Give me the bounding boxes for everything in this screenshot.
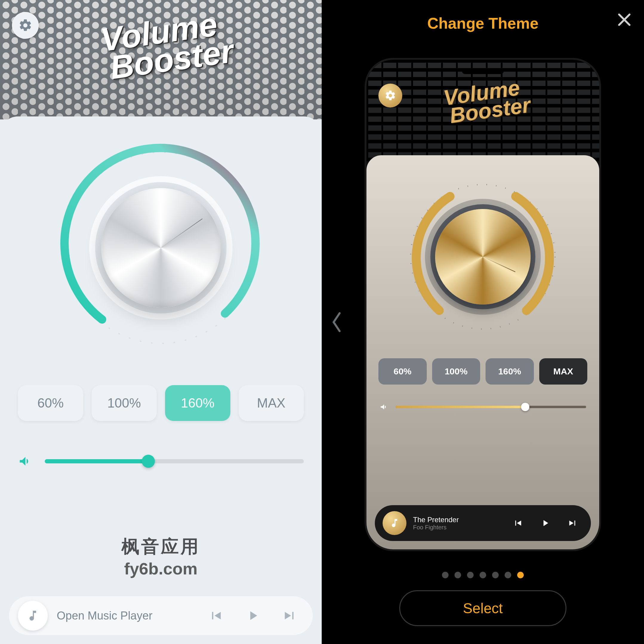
preset-label: 160%	[181, 396, 215, 411]
prev-track-icon[interactable]	[208, 608, 223, 623]
preview-track-info: The Pretender Foo Fighters	[413, 516, 501, 531]
dot-3[interactable]	[480, 572, 486, 578]
volume-slider[interactable]	[45, 459, 304, 463]
knob-pointer	[161, 218, 202, 248]
volume-slider-row	[0, 454, 322, 469]
preview-main: 60% 100% 160% MAX	[366, 155, 599, 549]
music-note-icon	[389, 518, 400, 529]
preview-settings-button	[378, 84, 402, 107]
dot-1[interactable]	[455, 572, 461, 578]
preview-slider-fill	[396, 406, 525, 408]
select-theme-button[interactable]: Select	[399, 590, 566, 626]
player-open-label: Open Music Player	[57, 609, 193, 622]
dot-2[interactable]	[467, 572, 474, 578]
theme-preview-phone[interactable]: Volume Booster 60% 100%	[366, 60, 599, 549]
preset-100[interactable]: 100%	[92, 385, 157, 421]
music-note-icon	[26, 609, 39, 622]
preset-label: 100%	[107, 396, 141, 411]
preset-60[interactable]: 60%	[18, 385, 83, 421]
preset-max[interactable]: MAX	[239, 385, 304, 421]
next-track-icon	[568, 518, 578, 528]
player-bar: Open Music Player	[9, 596, 313, 635]
track-artist: Foo Fighters	[413, 524, 501, 531]
track-title: The Pretender	[413, 516, 501, 524]
watermark-url: fy6b.com	[121, 559, 200, 578]
preview-knob-pointer	[483, 256, 516, 272]
open-music-player-button[interactable]	[18, 601, 48, 631]
theme-pagination-dots	[442, 572, 524, 578]
phone-notch	[462, 68, 504, 74]
prev-track-icon	[513, 518, 523, 528]
preview-music-button	[383, 511, 406, 535]
next-track-icon[interactable]	[282, 608, 297, 623]
knob-dial[interactable]	[101, 188, 221, 307]
preview-preset-max: MAX	[539, 358, 588, 385]
preset-label: MAX	[553, 366, 573, 377]
preview-player-bar: The Pretender Foo Fighters	[375, 505, 591, 541]
preview-knob-dial	[435, 209, 531, 304]
play-icon	[540, 518, 550, 528]
close-button[interactable]	[615, 11, 633, 29]
preview-presets: 60% 100% 160% MAX	[366, 358, 599, 385]
dot-5[interactable]	[505, 572, 511, 578]
main-card: 60% 100% 160% MAX 枫音应用 fy6b.com	[0, 116, 322, 644]
preview-preset-60: 60%	[378, 358, 427, 385]
watermark: 枫音应用 fy6b.com	[121, 535, 200, 578]
preview-preset-160: 160%	[486, 358, 534, 385]
gear-icon	[18, 18, 33, 33]
preview-slider-thumb	[521, 403, 529, 411]
preview-slider	[396, 406, 586, 408]
play-icon[interactable]	[245, 608, 260, 623]
preset-row: 60% 100% 160% MAX	[0, 385, 322, 421]
preview-preset-100: 100%	[432, 358, 480, 385]
main-app-screen: Volume Booster 60%	[0, 0, 322, 644]
preset-160[interactable]: 160%	[165, 385, 230, 421]
preset-label: 160%	[498, 366, 521, 377]
settings-button[interactable]	[12, 12, 39, 39]
preview-slider-row	[366, 403, 599, 412]
select-label: Select	[463, 600, 503, 617]
dot-0[interactable]	[442, 572, 449, 578]
preset-label: MAX	[257, 396, 285, 411]
preset-label: 100%	[445, 366, 468, 377]
gear-icon	[384, 90, 396, 101]
watermark-cn: 枫音应用	[121, 535, 200, 559]
dot-6[interactable]	[517, 572, 524, 578]
volume-icon	[380, 403, 389, 412]
change-theme-title: Change Theme	[322, 14, 644, 32]
theme-selector-screen: Change Theme Volume Booster	[322, 0, 644, 644]
dot-4[interactable]	[492, 572, 499, 578]
preview-knob	[396, 170, 569, 344]
preset-label: 60%	[394, 366, 412, 377]
slider-thumb[interactable]	[142, 455, 155, 468]
volume-icon	[18, 454, 33, 469]
volume-knob[interactable]	[47, 134, 274, 361]
slider-fill	[45, 459, 148, 463]
prev-theme-button[interactable]	[331, 310, 343, 334]
preset-label: 60%	[37, 396, 64, 411]
